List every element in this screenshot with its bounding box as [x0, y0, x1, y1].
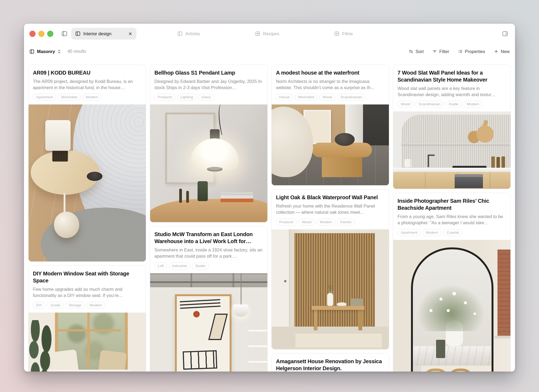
tag: Lighting [177, 94, 196, 101]
tag: House [276, 94, 293, 101]
grid-column: A modest house at the waterfront Norm Ar… [271, 65, 389, 372]
results-count: 40 results [67, 49, 86, 54]
window-titlebar: Interior design Articles [24, 24, 515, 44]
tag: Coastal [443, 229, 462, 236]
tab-label: Recipes [263, 32, 279, 36]
card-tags: Products Lighting Glass [154, 94, 263, 101]
tag: Scandinavian [337, 94, 365, 101]
tag: Wood [319, 94, 335, 101]
sort-label: Sort [416, 49, 424, 54]
masonry-grid: AR09 | KODD BUREAU The AR09 project, des… [24, 59, 515, 372]
card-description: Refresh your home with the Residence Wal… [276, 203, 385, 215]
tag: Guide [47, 302, 64, 309]
card-description: From a young age, Sam Riles knew she wan… [398, 214, 506, 226]
card-description: Few home upgrades add as much charm and … [33, 286, 141, 298]
card-image [393, 240, 510, 372]
card-woodslat[interactable]: 7 Wood Slat Wall Panel Ideas for a Scand… [393, 65, 511, 189]
tag: Panels [337, 219, 355, 226]
card-body: Light Oak & Black Waterproof Wall Panel … [272, 190, 389, 229]
tag: Glass [198, 94, 214, 101]
tag: Products [276, 219, 297, 226]
view-toolbar: Masonry 40 results Sort [24, 44, 515, 59]
card-title: A modest house at the waterfront [276, 69, 385, 76]
filter-icon [432, 49, 437, 54]
tag: Apartment [398, 229, 421, 236]
tag: Wood [299, 219, 315, 226]
tag: Modern [316, 219, 335, 226]
card-mcw[interactable]: Studio McW Transform an East London Ware… [150, 226, 268, 372]
card-tags: DIY Guide Storage Modern [33, 302, 141, 309]
filter-button[interactable]: Filter [432, 49, 449, 54]
card-description: Norm Architects is no stranger to the Im… [276, 78, 385, 90]
card-title: DIY Modern Window Seat with Storage Spac… [33, 270, 141, 284]
tag: Modern [82, 94, 101, 101]
sidebar-left-icon [61, 30, 68, 37]
tab-films[interactable]: Films [334, 31, 353, 36]
tag: Modern [87, 302, 105, 309]
new-button[interactable]: New [494, 49, 510, 54]
card-diy[interactable]: DIY Modern Window Seat with Storage Spac… [28, 265, 146, 372]
new-label: New [501, 49, 510, 54]
card-tags: Products Wood Modern Panels [276, 219, 385, 226]
filter-label: Filter [439, 49, 449, 54]
card-image [150, 273, 267, 372]
card-description: Designed by Edward Barber and Jay Osgerb… [154, 78, 263, 90]
toolbar-actions: Sort Filter [409, 49, 510, 54]
tab-articles[interactable]: Articles [177, 31, 200, 36]
tag: Wood [398, 101, 413, 108]
tab-label: Films [342, 32, 353, 36]
traffic-light-zoom[interactable] [47, 31, 53, 37]
card-body: AR09 | KODD BUREAU The AR09 project, des… [29, 65, 146, 104]
plus-icon [494, 49, 499, 54]
card-tags: House Minimalist Wood Scandinavian [276, 94, 385, 101]
sort-button[interactable]: Sort [409, 49, 424, 54]
card-description: Somewhere in East, inside a 1924 shoe fa… [154, 247, 263, 259]
traffic-light-minimize[interactable] [38, 31, 44, 37]
tag: Storage [65, 302, 85, 309]
card-image [272, 229, 389, 349]
properties-button[interactable]: Properties [458, 49, 485, 54]
tab-recipes[interactable]: Recipes [255, 31, 279, 36]
card-samriles[interactable]: Inside Photographer Sam Riles’ Chic Beac… [393, 193, 511, 372]
card-image [29, 313, 146, 372]
card-description: Wood slat wall panels are a key feature … [398, 85, 506, 97]
card-title: 7 Wood Slat Wall Panel Ideas for a Scand… [398, 69, 506, 83]
traffic-light-close[interactable] [29, 31, 36, 37]
view-switcher-label: Masonry [37, 49, 55, 54]
tab-interior-design[interactable]: Interior design [71, 28, 136, 40]
collection-icon [75, 31, 81, 36]
tag: Modern [423, 229, 441, 236]
card-image [393, 111, 510, 189]
app-window: Interior design Articles [24, 24, 515, 372]
tag: Guide [445, 101, 462, 108]
card-ar09[interactable]: AR09 | KODD BUREAU The AR09 project, des… [28, 65, 146, 262]
sidebar-right-icon [502, 30, 509, 37]
card-image [272, 104, 389, 185]
card-body: A modest house at the waterfront Norm Ar… [272, 65, 389, 104]
card-title: AR09 | KODD BUREAU [33, 69, 141, 76]
card-tags: Apartment Modern Coastal [398, 229, 506, 236]
tag: Minimalist [58, 94, 81, 101]
tag: Scandinavian [415, 101, 444, 108]
card-image [29, 104, 146, 261]
sidebar-toggle-button[interactable] [60, 29, 69, 38]
close-tab-icon[interactable] [128, 32, 132, 36]
chevron-up-down-icon [57, 49, 61, 54]
right-panel-toggle-button[interactable] [500, 29, 510, 38]
card-bellhop[interactable]: Bellhop Glass S1 Pendant Lamp Designed b… [150, 65, 268, 222]
view-switcher[interactable]: Masonry [29, 49, 61, 54]
card-title: Inside Photographer Sam Riles’ Chic Beac… [398, 197, 506, 211]
card-body: Amagansett House Renovation by Jessica H… [272, 354, 389, 372]
tag: Industrial [169, 262, 190, 270]
desktop-background: Interior design Articles [0, 0, 539, 392]
card-body: Studio McW Transform an East London Ware… [150, 226, 267, 273]
card-body: DIY Modern Window Seat with Storage Spac… [29, 266, 146, 312]
properties-label: Properties [465, 49, 485, 54]
sort-icon [409, 49, 413, 54]
tab-label: Articles [185, 32, 200, 36]
card-amagansett[interactable]: Amagansett House Renovation by Jessica H… [271, 353, 389, 372]
grid-column: Bellhop Glass S1 Pendant Lamp Designed b… [150, 65, 268, 372]
grid-column: AR09 | KODD BUREAU The AR09 project, des… [28, 65, 146, 372]
card-modest[interactable]: A modest house at the waterfront Norm Ar… [271, 65, 389, 186]
card-lightoak[interactable]: Light Oak & Black Waterproof Wall Panel … [271, 189, 389, 349]
